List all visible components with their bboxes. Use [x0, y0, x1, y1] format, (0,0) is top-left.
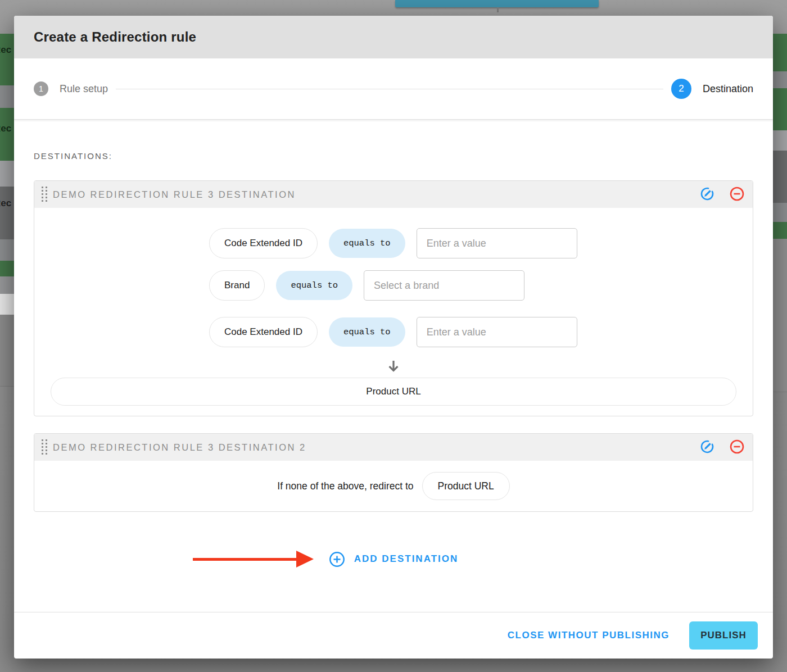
- step-2-circle: 2: [671, 79, 691, 99]
- add-destination-row: ADD DESTINATION: [34, 549, 753, 569]
- background-teal-button: [395, 0, 599, 7]
- remove-destination-button[interactable]: [730, 187, 744, 202]
- table-row: [0, 108, 14, 161]
- plus-circle-icon: [329, 551, 345, 567]
- table-row: [772, 130, 787, 151]
- edit-icon: [700, 439, 714, 456]
- destination-card-1-header: DEMO REDIRECTION RULE 3 DESTINATION: [34, 181, 753, 208]
- dialog-body: DESTINATIONS: DEMO REDIRECTION RULE 3 DE…: [14, 120, 773, 612]
- operator-selector[interactable]: equals to: [276, 271, 352, 300]
- edit-icon: [700, 187, 714, 203]
- fallback-target-button[interactable]: Product URL: [422, 472, 510, 500]
- table-row: [772, 203, 787, 222]
- field-selector[interactable]: Code Extended ID: [209, 317, 318, 347]
- arrow-down-icon: [34, 358, 753, 374]
- table-row-text: Rec: [0, 123, 11, 134]
- stepper: 1 Rule setup 2 Destination: [14, 58, 773, 120]
- brand-select-input[interactable]: [364, 270, 524, 301]
- destination-card-2-header: DEMO REDIRECTION RULE 3 DESTINATION 2: [34, 434, 753, 461]
- field-selector[interactable]: Code Extended ID: [209, 228, 318, 258]
- fallback-description: If none of the above, redirect to: [277, 480, 413, 492]
- annotation-arrow-head: [296, 551, 314, 567]
- dialog-header: Create a Redirection rule: [14, 16, 773, 58]
- destination-card-2-body: If none of the above, redirect to Produc…: [34, 461, 753, 511]
- destination-card-1-body: Code Extended ID equals to Brand equals …: [34, 208, 753, 416]
- remove-circle-icon: [730, 187, 744, 203]
- condition-row: Brand equals to: [209, 270, 524, 301]
- destination-card-2-title: DEMO REDIRECTION RULE 3 DESTINATION 2: [53, 442, 306, 453]
- table-row: [772, 34, 787, 71]
- table-row: [0, 315, 14, 387]
- background-table-right-edge: [772, 0, 787, 672]
- step-1-circle: 1: [34, 81, 48, 96]
- background-divider-tick: [497, 7, 499, 12]
- publish-button[interactable]: PUBLISH: [689, 621, 758, 650]
- operator-selector[interactable]: equals to: [329, 229, 405, 258]
- destinations-section-label: DESTINATIONS:: [34, 151, 753, 161]
- field-selector[interactable]: Brand: [209, 270, 265, 301]
- table-row: [0, 294, 14, 315]
- table-row: [772, 71, 787, 88]
- dialog-title: Create a Redirection rule: [34, 29, 196, 45]
- table-row: [772, 239, 787, 392]
- close-without-publishing-button[interactable]: CLOSE WITHOUT PUBLISHING: [504, 629, 673, 642]
- step-2-label: Destination: [703, 83, 753, 95]
- table-row: [772, 151, 787, 203]
- create-redirection-rule-dialog: Create a Redirection rule 1 Rule setup 2…: [14, 16, 773, 659]
- dialog-footer: CLOSE WITHOUT PUBLISHING PUBLISH: [14, 612, 773, 659]
- destination-target-button[interactable]: Product URL: [51, 378, 736, 406]
- table-row-text: Rec: [0, 44, 11, 56]
- remove-destination-button[interactable]: [730, 440, 744, 455]
- condition-rules: Code Extended ID equals to Brand equals …: [209, 228, 578, 347]
- value-input[interactable]: [417, 228, 577, 258]
- destination-card-2: DEMO REDIRECTION RULE 3 DESTINATION 2: [34, 433, 753, 512]
- table-row: [772, 222, 787, 239]
- value-input[interactable]: [417, 317, 577, 347]
- step-destination[interactable]: 2 Destination: [671, 79, 753, 99]
- table-row: [0, 187, 14, 239]
- table-row: [0, 239, 14, 261]
- annotation-arrow-line: [193, 558, 296, 561]
- table-row: [0, 261, 14, 276]
- table-row: [0, 161, 14, 187]
- remove-circle-icon: [730, 439, 744, 456]
- destination-card-1: DEMO REDIRECTION RULE 3 DESTINATION: [34, 180, 753, 416]
- table-row: [772, 88, 787, 130]
- destination-card-1-title: DEMO REDIRECTION RULE 3 DESTINATION: [53, 189, 296, 200]
- table-row: [0, 34, 14, 85]
- edit-destination-button[interactable]: [700, 440, 714, 455]
- condition-row: Code Extended ID equals to: [209, 228, 577, 258]
- background-table-left-edge: Rec Rec Rec: [0, 0, 14, 672]
- annotation-arrow: [193, 551, 314, 567]
- table-row: [0, 276, 14, 294]
- table-row-text: Rec: [0, 198, 11, 209]
- add-destination-button[interactable]: ADD DESTINATION: [329, 551, 459, 567]
- drag-handle-icon[interactable]: [42, 187, 47, 202]
- step-1-label: Rule setup: [60, 83, 108, 95]
- table-row: [0, 85, 14, 108]
- card-actions: [700, 187, 745, 202]
- card-actions: [700, 440, 745, 455]
- stepper-connector-line: [116, 89, 663, 89]
- drag-handle-icon[interactable]: [42, 439, 47, 455]
- operator-selector[interactable]: equals to: [329, 317, 405, 347]
- condition-row: Code Extended ID equals to: [209, 317, 577, 347]
- step-rule-setup[interactable]: 1 Rule setup: [34, 81, 108, 96]
- add-destination-label: ADD DESTINATION: [354, 553, 459, 565]
- edit-destination-button[interactable]: [700, 187, 714, 202]
